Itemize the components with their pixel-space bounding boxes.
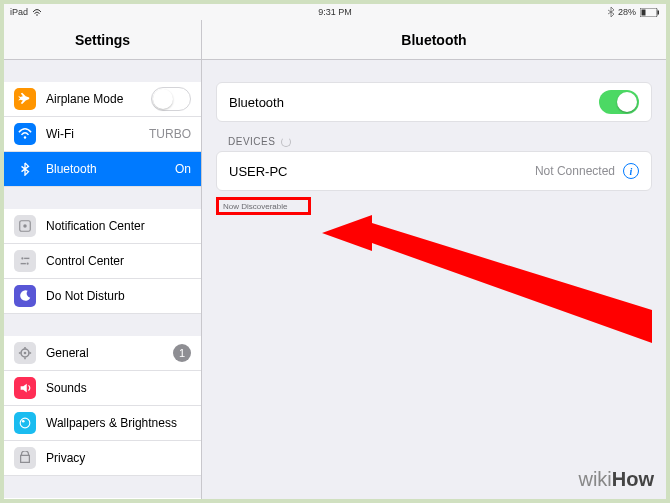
control-center-icon	[14, 250, 36, 272]
sidebar-item-label: Privacy	[46, 451, 191, 465]
sidebar-item-general[interactable]: General 1	[4, 336, 201, 371]
airplane-toggle[interactable]	[151, 87, 191, 111]
sidebar-item-icloud[interactable]: iCloud	[4, 498, 201, 499]
status-device: iPad	[10, 7, 28, 17]
sounds-icon	[14, 377, 36, 399]
sidebar-item-control-center[interactable]: Control Center	[4, 244, 201, 279]
status-time: 9:31 PM	[4, 7, 666, 17]
devices-list: USER-PC Not Connected i	[216, 151, 652, 191]
callout-arrow-icon	[322, 215, 662, 365]
device-status: Not Connected	[535, 164, 615, 178]
svg-rect-10	[21, 263, 26, 264]
detail-title: Bluetooth	[202, 20, 666, 59]
bluetooth-toggle-card: Bluetooth	[216, 82, 652, 122]
svg-point-4	[24, 136, 26, 138]
svg-point-18	[22, 420, 25, 423]
device-info-icon[interactable]: i	[623, 163, 639, 179]
sidebar-item-privacy[interactable]: Privacy	[4, 441, 201, 476]
sidebar-item-label: Wallpapers & Brightness	[46, 416, 191, 430]
svg-rect-3	[658, 10, 660, 14]
svg-point-0	[36, 14, 38, 16]
wallpapers-brightness-icon	[14, 412, 36, 434]
svg-point-7	[21, 257, 23, 259]
bluetooth-toggle-row[interactable]: Bluetooth	[217, 83, 651, 121]
device-name: USER-PC	[229, 164, 535, 179]
settings-sidebar[interactable]: Airplane Mode Wi-Fi TURBO Bluetooth On	[4, 60, 202, 499]
sidebar-item-sounds[interactable]: Sounds	[4, 371, 201, 406]
sidebar-item-label: Airplane Mode	[46, 92, 151, 106]
general-badge: 1	[173, 344, 191, 362]
wifi-network-value: TURBO	[149, 127, 191, 141]
app-frame: iPad 9:31 PM 28% Settings Bluetooth Airp…	[4, 4, 666, 499]
status-bar: iPad 9:31 PM 28%	[4, 4, 666, 20]
content-area: Airplane Mode Wi-Fi TURBO Bluetooth On	[4, 60, 666, 499]
sidebar-item-label: Sounds	[46, 381, 191, 395]
svg-point-17	[20, 418, 30, 428]
sidebar-item-label: Wi-Fi	[46, 127, 149, 141]
detail-pane: Bluetooth DEVICES USER-PC Not Connected …	[202, 60, 666, 499]
svg-rect-8	[24, 258, 29, 259]
privacy-icon	[14, 447, 36, 469]
sidebar-item-label: Bluetooth	[46, 162, 175, 176]
svg-rect-2	[642, 9, 646, 15]
wifi-icon	[14, 123, 36, 145]
now-discoverable-text: Now Discoverable	[223, 202, 287, 211]
devices-header: DEVICES	[228, 136, 666, 147]
loading-spinner-icon	[281, 137, 291, 147]
svg-point-12	[24, 352, 27, 355]
svg-marker-24	[322, 215, 652, 343]
status-battery-pct: 28%	[618, 7, 636, 17]
svg-point-9	[27, 263, 29, 265]
bluetooth-icon	[14, 158, 36, 180]
watermark: wikiHow	[578, 468, 654, 491]
now-discoverable-highlight: Now Discoverable	[216, 197, 311, 215]
svg-point-6	[23, 224, 27, 228]
bluetooth-toggle[interactable]	[599, 90, 639, 114]
device-row[interactable]: USER-PC Not Connected i	[217, 152, 651, 190]
sidebar-item-wifi[interactable]: Wi-Fi TURBO	[4, 117, 201, 152]
sidebar-item-airplane[interactable]: Airplane Mode	[4, 82, 201, 117]
battery-icon	[640, 8, 660, 17]
notification-center-icon	[14, 215, 36, 237]
sidebar-item-label: General	[46, 346, 173, 360]
sidebar-item-label: Do Not Disturb	[46, 289, 191, 303]
wifi-icon	[32, 8, 42, 16]
sidebar-item-do-not-disturb[interactable]: Do Not Disturb	[4, 279, 201, 314]
do-not-disturb-icon	[14, 285, 36, 307]
sidebar-item-bluetooth[interactable]: Bluetooth On	[4, 152, 201, 187]
sidebar-item-notification-center[interactable]: Notification Center	[4, 209, 201, 244]
sidebar-title: Settings	[4, 20, 202, 59]
bluetooth-state-value: On	[175, 162, 191, 176]
general-icon	[14, 342, 36, 364]
bluetooth-status-icon	[608, 7, 614, 17]
airplane-icon	[14, 88, 36, 110]
header-bar: Settings Bluetooth	[4, 20, 666, 60]
sidebar-item-label: Notification Center	[46, 219, 191, 233]
sidebar-item-label: Control Center	[46, 254, 191, 268]
sidebar-item-wallpapers-brightness[interactable]: Wallpapers & Brightness	[4, 406, 201, 441]
bluetooth-toggle-label: Bluetooth	[229, 95, 599, 110]
